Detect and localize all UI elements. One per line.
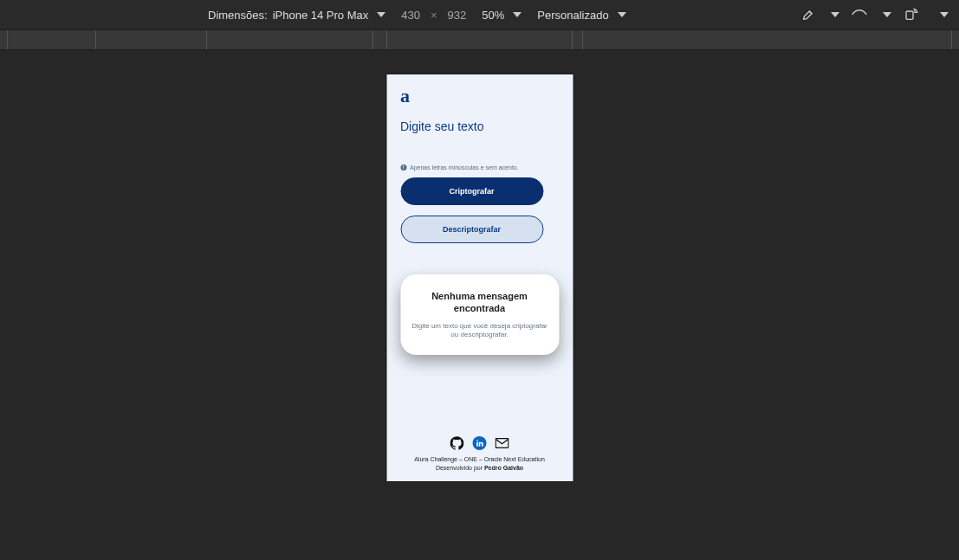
zoom-select[interactable]: 50% — [482, 9, 522, 22]
decrypt-button-label: Descriptografar — [443, 225, 501, 234]
dimension-inputs: 430 × 932 — [401, 9, 466, 22]
toolbar-right — [801, 8, 949, 22]
width-input[interactable]: 430 — [401, 9, 420, 22]
result-card: Nenhuma mensagem encontrada Digite um te… — [400, 274, 559, 355]
device-select[interactable]: Dimensões: iPhone 14 Pro Max — [208, 9, 386, 22]
mail-icon[interactable] — [496, 436, 509, 450]
svg-rect-0 — [906, 11, 913, 19]
throttle-select[interactable]: Personalizado — [537, 9, 625, 22]
footer-prefix: Desenvolvido por — [436, 465, 484, 471]
social-links — [400, 436, 559, 450]
input-hint: ! Apenas letras minúsculas e sem acento. — [400, 164, 559, 171]
hint-text: Apenas letras minúsculas e sem acento. — [410, 164, 519, 171]
chevron-down-icon[interactable] — [831, 12, 839, 17]
app-logo: a — [400, 85, 559, 107]
footer-line-1: Alura Challenge – ONE – Oracle Next Educ… — [400, 455, 559, 464]
ruler — [0, 29, 959, 50]
encrypt-button-label: Criptografar — [449, 187, 494, 196]
chevron-down-icon — [377, 12, 386, 17]
info-icon: ! — [400, 164, 406, 171]
chevron-down-icon — [618, 12, 626, 17]
rotate-icon[interactable] — [904, 8, 919, 22]
result-subtitle: Digite um texto que você deseja criptogr… — [411, 322, 548, 340]
eye-icon[interactable] — [852, 9, 867, 21]
footer-author: Pedro Galvão — [484, 465, 523, 471]
zoom-value: 50% — [482, 9, 504, 22]
app-root: a Digite seu texto ! Apenas letras minús… — [386, 74, 573, 481]
device-toolbar: Dimensões: iPhone 14 Pro Max 430 × 932 5… — [0, 0, 959, 29]
times-icon: × — [431, 9, 437, 22]
device-name: iPhone 14 Pro Max — [273, 9, 369, 22]
footer-line-2: Desenvolvido por Pedro Galvão — [400, 464, 559, 473]
device-stage: a Digite seu texto ! Apenas letras minús… — [0, 50, 959, 560]
height-input[interactable]: 932 — [448, 9, 467, 22]
encrypt-button[interactable]: Criptografar — [400, 177, 543, 205]
chevron-down-icon[interactable] — [883, 12, 891, 17]
chevron-down-icon — [513, 12, 522, 17]
page-title: Digite seu texto — [400, 119, 559, 133]
decrypt-button[interactable]: Descriptografar — [400, 216, 543, 243]
chevron-down-icon[interactable] — [940, 12, 949, 17]
throttle-value: Personalizado — [537, 9, 608, 22]
device-frame: a Digite seu texto ! Apenas letras minús… — [386, 74, 573, 481]
footer: Alura Challenge – ONE – Oracle Next Educ… — [400, 428, 559, 473]
dimensions-label: Dimensões: — [208, 9, 268, 22]
result-title: Nenhuma mensagem encontrada — [411, 290, 548, 315]
eyedropper-icon[interactable] — [801, 8, 815, 22]
linkedin-icon[interactable] — [473, 436, 487, 450]
github-icon[interactable] — [450, 436, 464, 450]
